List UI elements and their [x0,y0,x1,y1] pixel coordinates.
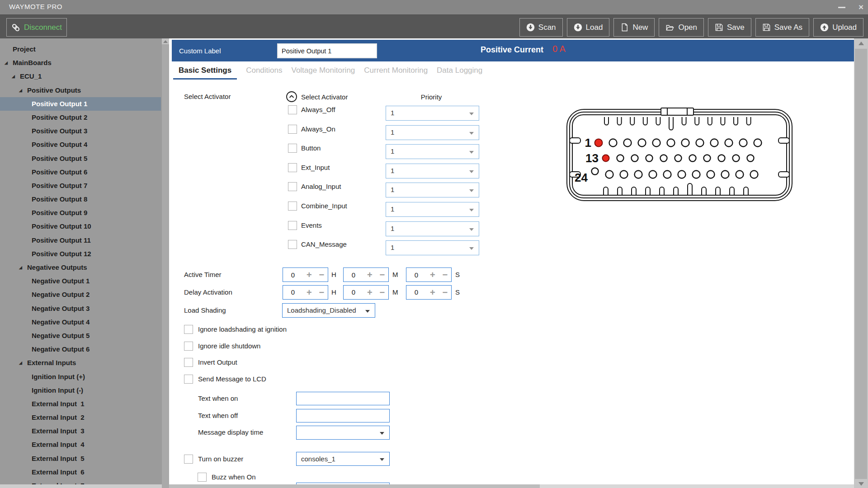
sidebar-item-positive-output-12[interactable]: Positive Output 12 [0,247,161,261]
sidebar-item-negative-output-2[interactable]: Negative Output 2 [0,288,161,301]
sidebar-item-external-input-7[interactable]: External Input 7 [0,479,161,484]
sidebar-item-positive-output-2[interactable]: Positive Output 2 [0,111,161,124]
sidebar-horizontal-scrollbar[interactable] [0,484,162,488]
tree-expander-icon[interactable]: ◢ [12,70,15,83]
scroll-up-icon[interactable] [163,40,168,43]
decrement-icon[interactable]: − [316,268,328,281]
save-button[interactable]: Save [708,18,751,37]
ext-input-checkbox[interactable] [288,163,297,172]
decrement-icon[interactable]: − [439,268,452,281]
tab-data-logging[interactable]: Data Logging [437,66,482,80]
open-button[interactable]: Open [659,18,704,37]
scroll-down-icon[interactable] [859,482,864,486]
sidebar-item-negative-output-1[interactable]: Negative Output 1 [0,274,161,288]
increment-icon[interactable]: + [303,286,316,299]
tab-voltage-monitoring[interactable]: Voltage Monitoring [291,66,355,80]
increment-icon[interactable]: + [426,268,439,281]
ignore-idle-shutdown-checkbox[interactable] [184,342,193,351]
save-as-button[interactable]: Save As [755,18,809,37]
sidebar-item-ignition-input--[interactable]: Ignition Input (-) [0,384,161,397]
buzz-when-on-checkbox[interactable] [198,473,207,482]
new-button[interactable]: New [613,18,655,37]
main-vertical-scroll-thumb[interactable] [855,49,867,479]
tree-expander-icon[interactable]: ◢ [19,261,22,274]
sidebar-item-positive-output-7[interactable]: Positive Output 7 [0,179,161,192]
sidebar-item-ignition-input-+[interactable]: Ignition Input (+) [0,370,161,384]
sidebar-item-negative-output-6[interactable]: Negative Output 6 [0,343,161,356]
load-button[interactable]: Load [567,18,610,37]
tree-expander-icon[interactable]: ◢ [19,356,22,370]
button-priority-select[interactable]: 1 [386,144,479,159]
decrement-icon[interactable]: − [376,268,389,281]
delay-activation-h-stepper[interactable]: 0+− [283,285,328,300]
close-icon[interactable]: × [859,2,863,13]
ext-input-priority-select[interactable]: 1 [386,164,479,178]
sidebar-item-positive-output-11[interactable]: Positive Output 11 [0,234,161,247]
can-message-priority-select[interactable]: 1 [386,240,479,255]
sidebar-item-positive-output-3[interactable]: Positive Output 3 [0,124,161,138]
buzzer-target-select[interactable]: consoles_1 [296,452,390,466]
main-horizontal-scrollbar[interactable] [169,484,854,488]
tree-expander-icon[interactable]: ◢ [19,84,22,97]
sidebar-item-external-input-5[interactable]: External Input 5 [0,452,161,465]
decrement-icon[interactable]: − [316,286,328,299]
sidebar-item-external-input-4[interactable]: External Input 4 [0,438,161,451]
scroll-up-icon[interactable] [859,42,864,45]
sidebar-item-external-inputs[interactable]: ◢External Inputs [0,356,161,370]
sidebar-item-negativee-outputs[interactable]: ◢Negativee Outputs [0,261,161,274]
sidebar-item-positive-output-4[interactable]: Positive Output 4 [0,138,161,151]
sidebar-item-positive-outputs[interactable]: ◢Positive Outputs [0,84,161,97]
sidebar-item-positive-output-1[interactable]: Positive Output 1 [0,97,161,111]
sidebar-item-external-input-3[interactable]: External Input 3 [0,424,161,438]
sidebar-item-positive-output-10[interactable]: Positive Output 10 [0,220,161,233]
collapse-chevron-icon[interactable] [286,91,297,103]
sidebar-item-external-input-2[interactable]: External Input 2 [0,411,161,424]
upload-button[interactable]: Upload [813,18,863,37]
always-on-checkbox[interactable] [288,125,297,134]
sidebar-scrollbar[interactable] [162,38,169,484]
sidebar-item-negative-output-3[interactable]: Negative Output 3 [0,302,161,315]
combine-input-priority-select[interactable]: 1 [386,202,479,217]
ignore-loadshading-at-ignition-checkbox[interactable] [184,325,193,334]
combine-input-checkbox[interactable] [288,202,297,211]
tab-conditions[interactable]: Conditions [246,66,282,80]
message-display-time-select[interactable] [296,426,390,440]
decrement-icon[interactable]: − [376,286,389,299]
sidebar-item-external-input-1[interactable]: External Input 1 [0,397,161,411]
sidebar-item-positive-output-6[interactable]: Positive Output 6 [0,165,161,179]
text-when-on-input[interactable] [296,392,390,405]
custom-label-input[interactable] [277,43,377,58]
load-shading-select[interactable]: Loadshading_Disabled [282,303,375,318]
main-horizontal-scroll-thumb[interactable] [169,484,540,488]
always-off-priority-select[interactable]: 1 [386,106,479,121]
decrement-icon[interactable]: − [439,286,452,299]
minimize-icon[interactable] [838,7,845,8]
tree-expander-icon[interactable]: ◢ [5,56,8,70]
button-checkbox[interactable] [288,144,297,153]
always-on-priority-select[interactable]: 1 [386,125,479,140]
analog-input-priority-select[interactable]: 1 [386,183,479,197]
can-message-checkbox[interactable] [288,240,297,249]
scan-button[interactable]: Scan [519,18,563,37]
tab-basic-settings[interactable]: Basic Settings [173,66,237,80]
delay-activation-m-stepper[interactable]: 0+− [343,285,389,300]
disconnect-button[interactable]: Disconnect [6,18,67,37]
always-off-checkbox[interactable] [288,105,297,114]
tab-current-monitoring[interactable]: Current Monitoring [364,66,428,80]
turn-on-buzzer-checkbox[interactable] [184,455,193,464]
sidebar-item-positive-output-9[interactable]: Positive Output 9 [0,206,161,220]
increment-icon[interactable]: + [426,286,439,299]
send-message-to-lcd-checkbox[interactable] [184,375,193,384]
invert-output-checkbox[interactable] [184,358,193,367]
events-checkbox[interactable] [288,221,297,230]
sidebar-item-negative-output-5[interactable]: Negative Output 5 [0,329,161,343]
sidebar-item-project[interactable]: Project [0,42,161,56]
sidebar-item-external-input-6[interactable]: External Input 6 [0,465,161,479]
analog-input-checkbox[interactable] [288,182,297,191]
delay-activation-s-stepper[interactable]: 0+− [406,285,452,300]
increment-icon[interactable]: + [303,268,316,281]
sidebar-item-negative-output-4[interactable]: Negative Output 4 [0,315,161,329]
active-timer-s-stepper[interactable]: 0+− [406,267,452,282]
text-when-off-input[interactable] [296,409,390,422]
sidebar-item-ecu-1[interactable]: ◢ECU_1 [0,70,161,83]
